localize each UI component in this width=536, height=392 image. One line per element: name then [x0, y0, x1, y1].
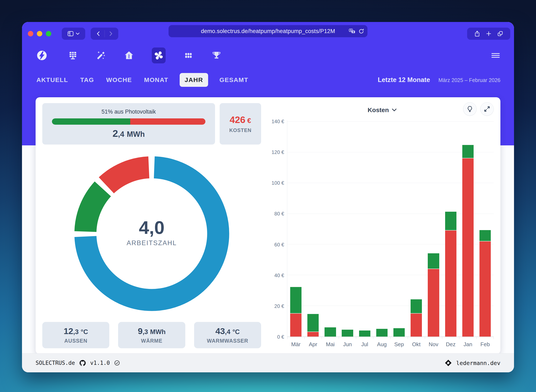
cost-card: 426€ KOSTEN: [220, 103, 261, 145]
share-icon[interactable]: [474, 31, 480, 37]
y-tick-label: 20 €: [274, 303, 284, 309]
menu-button[interactable]: [491, 51, 500, 60]
x-tick: [390, 337, 408, 339]
footer-site[interactable]: SOLECTRUS.de: [36, 360, 75, 366]
bar-segment-grid: [445, 230, 456, 336]
expand-icon: [484, 106, 490, 112]
tab-aktuell[interactable]: AKTUELL: [36, 73, 69, 86]
x-tick: [442, 337, 459, 339]
donut-center: 4,0 ARBEITSZAHL: [127, 218, 177, 247]
nav-item-solectrus-logo[interactable]: [37, 50, 47, 61]
translate-icon[interactable]: [349, 28, 356, 34]
bar-segment-pv: [394, 328, 405, 336]
address-bar[interactable]: demo.solectrus.de/heatpump/heatpump_cost…: [169, 25, 367, 37]
tab-woche[interactable]: WOCHE: [105, 73, 133, 86]
footer-version[interactable]: v1.1.0: [90, 360, 110, 366]
x-tick-label: Jul: [356, 339, 373, 348]
sidebar-icon: [67, 31, 74, 37]
bar-apr: [304, 121, 322, 336]
stat-label: WARMWASSER: [207, 338, 248, 344]
bar-aug: [373, 121, 390, 336]
x-tick: [425, 337, 442, 339]
y-tick-label: 100 €: [271, 180, 284, 186]
fullscreen-button[interactable]: [480, 102, 494, 116]
close-window-button[interactable]: [28, 31, 33, 36]
nav-item-heatpump-fan[interactable]: [152, 47, 166, 63]
bar-segment-pv: [428, 253, 439, 269]
cop-donut-chart: 4,0 ARBEITSZAHL: [42, 147, 261, 320]
x-tick: [305, 337, 322, 339]
nav-item-house[interactable]: [124, 50, 134, 61]
hint-button[interactable]: [463, 102, 477, 116]
minimize-window-button[interactable]: [37, 31, 42, 36]
stat-card-wärme: 9,3MWhWÄRME: [118, 322, 185, 348]
chart-column: Kosten: [271, 103, 494, 348]
time-range-tabbar: AKTUELLTAGWOCHEMONATJAHRGESAMT Letzte 12…: [22, 68, 514, 92]
ledermann-link[interactable]: ledermann.dev: [445, 359, 500, 367]
footer: SOLECTRUS.de v1.1.0 ledermann.dev: [22, 353, 514, 372]
x-tick-label: Okt: [408, 339, 425, 348]
nav-item-apps-grid[interactable]: [183, 50, 194, 61]
x-tick: [339, 337, 356, 339]
x-tick-label: Apr: [304, 339, 322, 348]
tab-tag[interactable]: TAG: [79, 73, 95, 86]
nav-item-solar-panel[interactable]: [68, 50, 78, 61]
chevron-down-icon: [76, 33, 80, 35]
x-axis-ticks: [287, 337, 494, 339]
dashboard-card: 51% aus Photovoltaik 2,4MWh 426€ KOSTEN: [36, 97, 500, 354]
chart-metric-dropdown[interactable]: Kosten: [368, 107, 397, 114]
new-tab-button[interactable]: [486, 31, 491, 36]
bar-segment-grid: [428, 269, 439, 336]
bar-okt: [408, 121, 425, 336]
y-tick-label: 60 €: [274, 242, 284, 248]
reload-button[interactable]: [358, 28, 364, 34]
tab-gesamt[interactable]: GESAMT: [218, 73, 249, 86]
pv-share-card: 51% aus Photovoltaik 2,4MWh: [42, 103, 215, 145]
cost-value: 426€: [230, 114, 251, 125]
tab-monat[interactable]: MONAT: [143, 73, 169, 86]
bar-jun: [339, 121, 356, 336]
back-button[interactable]: [92, 28, 104, 40]
x-tick: [373, 337, 390, 339]
x-tick-label: Jun: [339, 339, 356, 348]
url-text: demo.solectrus.de/heatpump/heatpump_cost…: [201, 28, 335, 34]
app-navigation: [22, 43, 514, 68]
tab-jahr[interactable]: JAHR: [180, 73, 208, 87]
bar-dez: [442, 121, 459, 336]
forward-button[interactable]: [105, 28, 117, 40]
solar-panel-icon: [68, 50, 78, 61]
pv-share-bar: [52, 118, 205, 125]
x-tick: [408, 337, 425, 339]
house-icon: [124, 50, 134, 61]
cost-label: KOSTEN: [229, 127, 251, 133]
bar-segment-pv: [479, 230, 491, 241]
chevron-down-icon: [392, 108, 397, 112]
zoom-window-button[interactable]: [46, 31, 51, 36]
heatpump-summary-column: 51% aus Photovoltaik 2,4MWh 426€ KOSTEN: [42, 103, 261, 348]
nav-item-trophy[interactable]: [211, 50, 222, 61]
pv-share-label: 51% aus Photovoltaik: [102, 109, 156, 115]
tab-overview-button[interactable]: [497, 31, 503, 37]
stat-value: 12,3°C: [64, 326, 88, 336]
history-nav: [91, 28, 118, 40]
x-tick-label: Dez: [442, 339, 459, 348]
stat-card-warmwasser: 43,4°CWARMWASSER: [194, 322, 261, 348]
bar-segment-grid: [411, 313, 422, 336]
cop-value: 4,0: [127, 218, 177, 237]
ledermann-text: ledermann.dev: [456, 360, 500, 366]
x-tick: [287, 337, 305, 339]
bar-segment-pv: [290, 287, 302, 313]
bar-segment-pv: [307, 314, 319, 332]
sidebar-toggle-button[interactable]: [62, 28, 85, 40]
period-title: Letzte 12 Monate: [378, 76, 430, 84]
github-icon[interactable]: [79, 359, 86, 366]
bar-jan: [459, 121, 477, 336]
x-tick-label: Sep: [390, 339, 408, 348]
bar-feb: [477, 121, 494, 336]
bar-segment-pv: [411, 299, 422, 313]
toolbar-actions: [467, 28, 510, 40]
nav-item-magic-wand[interactable]: [96, 50, 106, 61]
solectrus-logo-icon: [36, 50, 47, 61]
bar-nov: [425, 121, 442, 336]
stat-value: 9,3MWh: [138, 326, 166, 336]
